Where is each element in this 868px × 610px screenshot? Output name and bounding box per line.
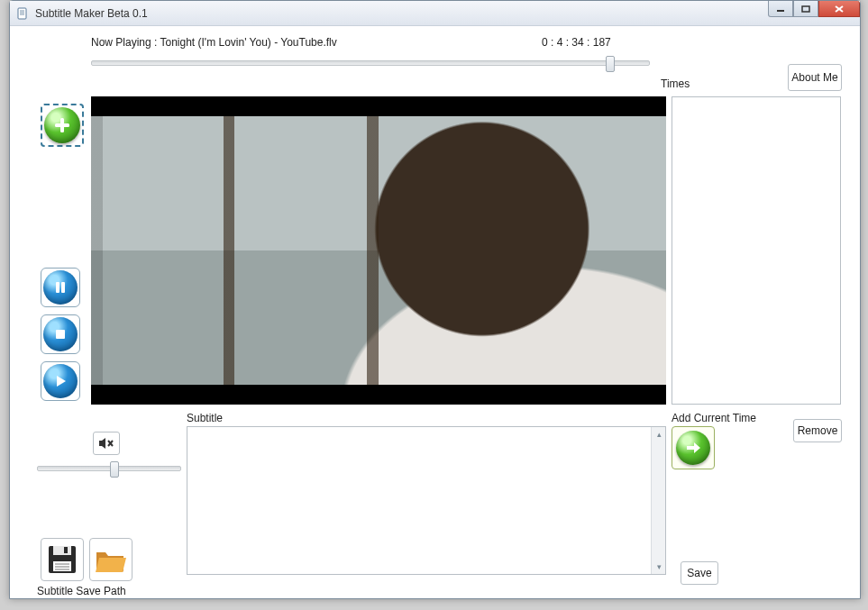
save-path-label: Subtitle Save Path: [37, 585, 126, 597]
scroll-up-icon[interactable]: ▴: [652, 427, 666, 442]
times-listbox[interactable]: [672, 96, 841, 405]
close-button[interactable]: [818, 1, 860, 17]
svg-rect-12: [56, 330, 65, 339]
svg-rect-11: [61, 282, 65, 293]
volume-thumb[interactable]: [110, 461, 119, 478]
add-current-time-heading: Add Current Time: [672, 412, 756, 424]
maximize-icon: [801, 5, 810, 13]
stop-button[interactable]: [41, 314, 80, 354]
about-button[interactable]: About Me: [788, 64, 842, 91]
maximize-button[interactable]: [793, 1, 818, 17]
minimize-icon: [776, 5, 785, 13]
mute-button[interactable]: [93, 432, 120, 455]
app-icon: [15, 6, 30, 21]
minimize-button[interactable]: [768, 1, 793, 17]
plus-icon: [44, 107, 80, 143]
svg-rect-5: [802, 6, 809, 12]
application-window: Subtitle Maker Beta 0.1 Now Playing : To…: [9, 0, 861, 599]
remove-button[interactable]: Remove: [793, 419, 842, 442]
pause-button[interactable]: [41, 268, 80, 307]
timecode-label: 0 : 4 : 34 : 187: [542, 36, 611, 49]
save-path-button[interactable]: [41, 538, 84, 581]
titlebar[interactable]: Subtitle Maker Beta 0.1: [10, 1, 860, 26]
video-viewport[interactable]: [91, 96, 666, 405]
close-icon: [834, 5, 845, 14]
scroll-down-icon[interactable]: ▾: [652, 560, 666, 574]
add-file-button[interactable]: [41, 104, 84, 147]
folder-open-icon: [94, 545, 128, 574]
play-icon: [43, 364, 78, 398]
seek-slider[interactable]: [91, 60, 650, 66]
save-button[interactable]: Save: [681, 561, 718, 585]
volume-slider[interactable]: [37, 466, 181, 471]
svg-marker-13: [57, 376, 66, 387]
browse-path-button[interactable]: [89, 538, 132, 581]
remove-button-label: Remove: [798, 424, 838, 437]
add-current-time-button[interactable]: [672, 426, 715, 469]
client-area: Now Playing : Tonight (I'm Lovin' You) -…: [10, 26, 860, 598]
subtitle-textarea[interactable]: ▴ ▾: [187, 426, 666, 575]
about-button-label: About Me: [791, 71, 837, 84]
svg-rect-10: [56, 282, 59, 293]
pause-icon: [43, 270, 78, 305]
subtitle-scrollbar[interactable]: ▴ ▾: [651, 427, 665, 574]
svg-rect-18: [64, 547, 68, 553]
svg-rect-17: [53, 546, 71, 555]
times-heading: Times: [661, 77, 690, 90]
window-controls: [768, 1, 860, 19]
mute-icon: [98, 437, 114, 450]
window-title: Subtitle Maker Beta 0.1: [35, 7, 148, 20]
save-button-label: Save: [687, 567, 711, 579]
video-frame: [91, 116, 666, 385]
now-playing-label: Now Playing : Tonight (I'm Lovin' You) -…: [91, 36, 542, 49]
arrow-right-icon: [676, 431, 710, 465]
play-button[interactable]: [41, 361, 80, 401]
svg-rect-0: [18, 8, 26, 19]
svg-rect-9: [55, 123, 69, 127]
seek-thumb[interactable]: [606, 56, 615, 72]
subtitle-heading: Subtitle: [187, 412, 223, 424]
stop-icon: [43, 317, 78, 351]
floppy-icon: [46, 543, 78, 576]
